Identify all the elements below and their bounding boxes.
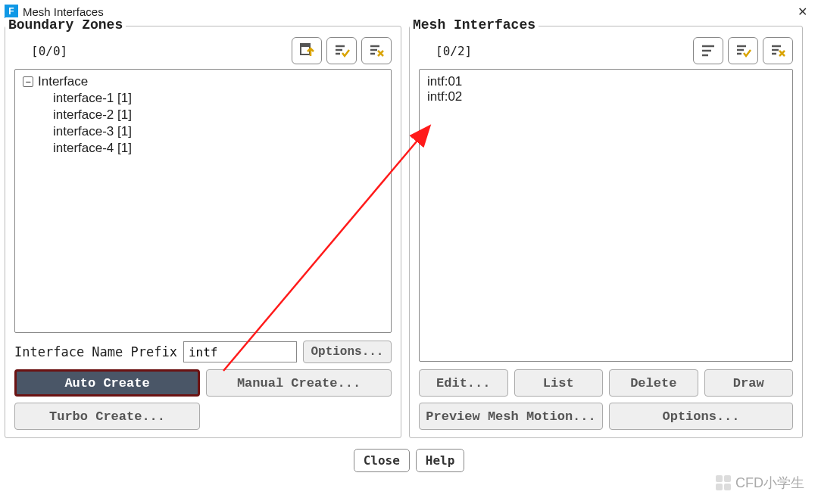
wechat-icon (716, 475, 731, 490)
filter-toggle-icon[interactable] (292, 37, 322, 64)
list-item[interactable]: intf:02 (427, 89, 785, 104)
list-button[interactable]: List (514, 369, 604, 397)
watermark-text: CFD小学生 (735, 474, 804, 492)
preview-mesh-motion-button[interactable]: Preview Mesh Motion... (419, 403, 603, 430)
boundary-zones-counter: [0/0] (14, 44, 67, 58)
interface-prefix-label: Interface Name Prefix (14, 344, 177, 359)
list-item[interactable]: interface-1 [1] (53, 91, 383, 106)
deselect-all-icon[interactable] (763, 37, 793, 64)
close-button[interactable]: Close (354, 449, 410, 472)
mesh-interfaces-title: Mesh Interfaces (410, 17, 539, 33)
list-item[interactable]: interface-2 [1] (53, 107, 383, 123)
help-button[interactable]: Help (416, 449, 465, 472)
collapse-icon[interactable]: − (23, 76, 33, 87)
turbo-create-button[interactable]: Turbo Create... (14, 403, 200, 430)
mesh-interfaces-list[interactable]: intf:01 intf:02 (419, 69, 793, 362)
list-item[interactable]: interface-4 [1] (53, 141, 383, 156)
list-item[interactable]: interface-3 [1] (53, 124, 383, 139)
deselect-all-icon[interactable] (361, 37, 392, 64)
mesh-interfaces-panel: Mesh Interfaces [0/2] intf:01 (409, 26, 803, 438)
svg-rect-1 (301, 44, 310, 47)
tree-root-label: Interface (38, 74, 88, 89)
select-all-icon[interactable] (728, 37, 758, 64)
auto-create-button[interactable]: Auto Create (14, 369, 200, 397)
manual-create-button[interactable]: Manual Create... (206, 369, 392, 397)
delete-button[interactable]: Delete (609, 369, 698, 397)
options-button[interactable]: Options... (609, 403, 793, 430)
boundary-zones-panel: Boundary Zones [0/0] − (5, 26, 401, 438)
close-icon[interactable]: ✕ (791, 5, 813, 19)
filter-icon[interactable] (693, 37, 723, 64)
options-button[interactable]: Options... (303, 341, 392, 363)
window-title: Mesh Interfaces (23, 5, 791, 18)
app-icon: F (5, 5, 18, 18)
draw-button[interactable]: Draw (704, 369, 794, 397)
edit-button[interactable]: Edit... (419, 369, 508, 397)
boundary-zones-list[interactable]: − Interface interface-1 [1] interface-2 … (14, 69, 392, 333)
watermark: CFD小学生 (716, 474, 804, 492)
interface-prefix-input[interactable] (183, 341, 297, 362)
mesh-interfaces-counter: [0/2] (419, 44, 472, 58)
list-item[interactable]: intf:01 (427, 74, 785, 89)
boundary-zones-title: Boundary Zones (5, 17, 126, 33)
select-all-icon[interactable] (326, 37, 357, 64)
